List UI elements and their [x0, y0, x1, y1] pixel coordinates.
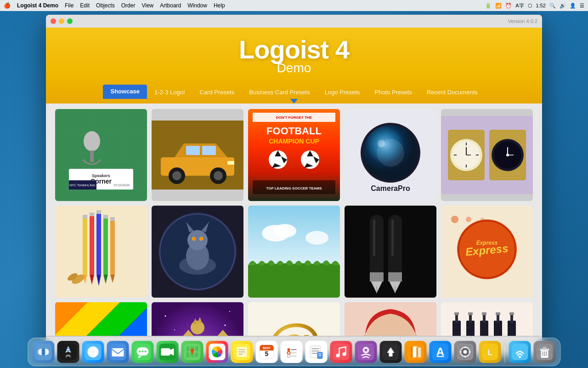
svg-rect-3	[90, 150, 94, 162]
svg-point-118	[165, 316, 166, 317]
gallery-item-pencils[interactable]	[55, 206, 147, 298]
tab-card-presets[interactable]: Card Presets	[192, 86, 242, 99]
dock-textedit[interactable]	[305, 341, 328, 363]
timemachine-icon: ⏰	[505, 3, 512, 9]
svg-rect-60	[96, 210, 101, 214]
tab-123logo[interactable]: 1-2-3 Logo!	[147, 86, 192, 99]
tab-logo-presets[interactable]: Logo Presets	[317, 86, 368, 99]
app-name-menu[interactable]: Logoist 4 Demo	[17, 2, 58, 9]
svg-rect-90	[370, 272, 384, 282]
svg-point-80	[200, 238, 202, 240]
gallery-item-rainbow[interactable]: BEND ARE	[55, 302, 147, 336]
artboard-menu[interactable]: Artboard	[160, 2, 181, 9]
order-menu[interactable]: Order	[121, 2, 136, 9]
bluetooth-icon: ⬡	[528, 3, 532, 9]
tab-indicator	[290, 99, 298, 104]
gallery-item-wine[interactable]: DELICIOUSLY SIMPLE	[441, 302, 533, 336]
dock-calendar[interactable]: MAY 5	[256, 341, 278, 363]
svg-point-2	[84, 131, 100, 151]
dock-trash[interactable]	[534, 341, 556, 363]
help-menu[interactable]: Help	[214, 2, 225, 9]
view-menu[interactable]: View	[141, 2, 153, 9]
svg-text:A: A	[436, 345, 444, 358]
minimize-button[interactable]	[59, 18, 64, 24]
tab-showcase[interactable]: Showcase	[103, 85, 147, 99]
dock-mail[interactable]	[107, 341, 129, 363]
tab-photo-presets[interactable]: Photo Presets	[367, 86, 419, 99]
dock-podcasts[interactable]	[355, 341, 377, 363]
svg-rect-152	[482, 312, 486, 315]
svg-point-84	[273, 224, 296, 238]
svg-rect-57	[90, 213, 94, 216]
svg-rect-149	[468, 312, 473, 315]
close-button[interactable]	[51, 18, 56, 24]
dock-books[interactable]	[405, 341, 427, 363]
dock-airdrop[interactable]	[509, 341, 531, 363]
app-subtitle: Demo	[277, 61, 311, 75]
svg-text:NYC Tomkins Ave.: NYC Tomkins Ave.	[69, 184, 96, 187]
gallery-grid: Speakers Corner NYC Tomkins Ave. 07/14/2…	[55, 109, 533, 336]
fullscreen-button[interactable]	[67, 18, 73, 24]
dock-appstore[interactable]: A	[430, 341, 452, 363]
menu-extras[interactable]: ☰	[580, 3, 584, 9]
wifi-icon: 📶	[495, 3, 502, 9]
svg-rect-86	[248, 265, 340, 298]
gallery-item-camerapro[interactable]: CameraPro	[345, 109, 436, 201]
dock-divider	[505, 346, 505, 363]
gallery-item-football[interactable]: DON'T FORGET THE FOOTBALL CHAMPION CUP	[248, 109, 340, 201]
gallery-item-wolf[interactable]	[152, 206, 243, 298]
gallery-item-express[interactable]: Express Express	[441, 206, 533, 298]
dock-facetime[interactable]	[157, 341, 179, 363]
svg-rect-225	[411, 346, 413, 357]
user-icon[interactable]: 👤	[570, 3, 576, 9]
gallery-item-castle[interactable]	[152, 302, 243, 336]
gallery-item-atmark[interactable]: @	[248, 302, 340, 336]
svg-rect-94	[388, 272, 402, 282]
svg-rect-55	[90, 213, 94, 275]
dock-maps[interactable]	[181, 341, 204, 363]
svg-point-217	[343, 352, 346, 356]
svg-point-18	[214, 171, 223, 180]
dock-notes[interactable]	[231, 341, 253, 363]
tab-business-card-presets[interactable]: Business Card Presets	[242, 86, 317, 99]
dock-photos[interactable]	[206, 341, 228, 363]
svg-rect-66	[110, 217, 115, 221]
window-menu[interactable]: Window	[187, 2, 207, 9]
edit-menu[interactable]: Edit	[80, 2, 90, 9]
svg-rect-158	[509, 312, 514, 315]
clock: 1:52	[536, 3, 546, 8]
gallery-item-speaker-corner[interactable]: Speakers Corner NYC Tomkins Ave. 07/14/2…	[55, 109, 147, 201]
dock-reminders[interactable]	[281, 341, 303, 363]
volume-icon[interactable]: 🔊	[560, 3, 566, 9]
apple-menu[interactable]: 🍎	[4, 2, 11, 9]
content-area[interactable]: Speakers Corner NYC Tomkins Ave. 07/14/2…	[46, 104, 542, 336]
svg-point-180	[142, 351, 144, 352]
svg-point-74	[187, 230, 208, 250]
dock-logoist[interactable]: L	[479, 341, 501, 363]
tab-recent-documents[interactable]: Recent Documents	[419, 86, 485, 99]
svg-rect-19	[227, 161, 234, 165]
nav-tabs: Showcase 1-2-3 Logo! Card Presets Busine…	[94, 85, 494, 99]
svg-rect-97	[391, 219, 394, 256]
gallery-item-portrait[interactable]	[345, 302, 436, 336]
gallery-item-grass[interactable]	[248, 206, 340, 298]
dock: MAY 5	[28, 338, 561, 366]
gallery-item-car[interactable]	[152, 109, 243, 201]
svg-point-33	[378, 140, 385, 147]
dock-safari[interactable]	[82, 341, 104, 363]
gallery-item-pens[interactable]	[345, 206, 436, 298]
file-menu[interactable]: File	[65, 2, 74, 9]
dock-appletv[interactable]	[380, 341, 402, 363]
dock-messages[interactable]	[132, 341, 154, 363]
gallery-item-watches[interactable]	[441, 109, 533, 201]
objects-menu[interactable]: Objects	[96, 2, 115, 9]
dock-rocket[interactable]	[57, 341, 79, 363]
dock-finder[interactable]	[33, 341, 55, 363]
svg-text:07/14/2020: 07/14/2020	[113, 184, 130, 187]
dock-music[interactable]	[330, 341, 352, 363]
search-icon[interactable]: 🔍	[549, 3, 556, 9]
menu-bar-right: 🔋 📶 ⏰ A字 ⬡ 1:52 🔍 🔊 👤 ☰	[485, 2, 584, 9]
svg-point-120	[174, 329, 175, 330]
dock-system-preferences[interactable]	[454, 341, 476, 363]
svg-rect-183	[161, 348, 170, 356]
